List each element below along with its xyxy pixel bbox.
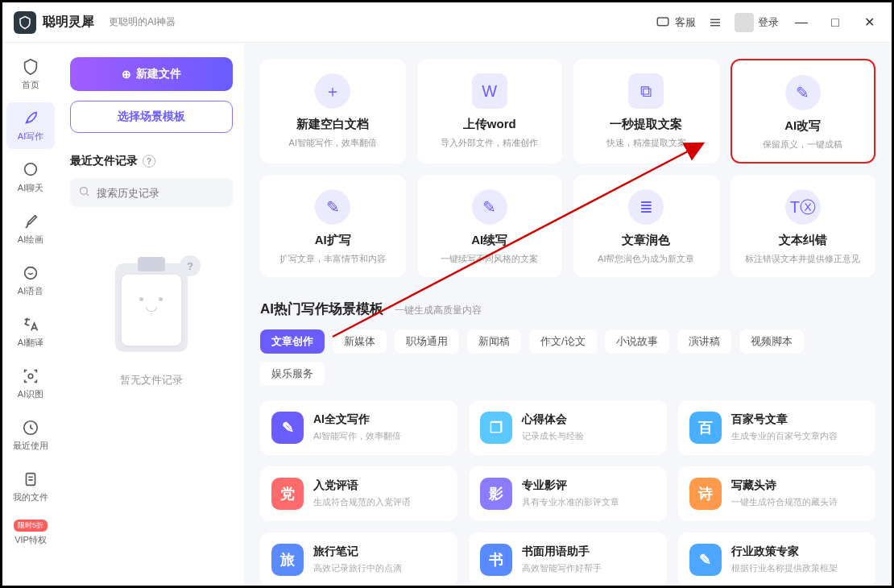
tile-title: AI改写: [784, 118, 821, 134]
tile-subtitle: 导入外部文件，精准创作: [441, 137, 538, 149]
translate-icon: [21, 315, 40, 334]
template-title: 行业政策专家: [731, 545, 838, 559]
svg-rect-5: [27, 474, 35, 486]
template-subtitle: 生成专业的百家号文章内容: [731, 430, 838, 442]
sidebar-item-aivoice[interactable]: AI语音: [6, 257, 55, 304]
chat-icon: [655, 14, 671, 31]
template-subtitle: 一键生成符合规范的藏头诗: [731, 496, 838, 508]
template-card-7[interactable]: 书 书面用语助手 高效智能写作好帮手: [469, 532, 666, 586]
clock-icon: [21, 418, 40, 437]
feature-tile-6[interactable]: ≣ 文章润色 AI帮您润色为成为新文章: [573, 175, 719, 276]
feature-tile-0[interactable]: ＋ 新建空白文档 AI智能写作，效率翻倍: [260, 59, 406, 164]
feature-tile-7[interactable]: Tⓧ 文本纠错 标注错误文本并提供修正意见: [731, 175, 876, 276]
tile-subtitle: AI智能写作，效率翻倍: [289, 137, 377, 149]
template-card-3[interactable]: 党 入党评语 生成符合规范的入党评语: [260, 466, 457, 521]
main-content: ＋ 新建空白文档 AI智能写作，效率翻倍W 上传word 导入外部文件，精准创作…: [244, 43, 892, 586]
sidebar-item-vip[interactable]: 限时5折 VIP特权: [6, 515, 55, 553]
feature-tile-4[interactable]: ✎ AI扩写 扩写文章，丰富情节和内容: [260, 175, 406, 276]
tile-title: 上传word: [463, 117, 516, 132]
avatar-icon: [735, 13, 754, 32]
template-icon: ✎: [689, 544, 722, 576]
template-subtitle: 高效记录旅行中的点滴: [313, 562, 402, 574]
template-title: 心得体会: [522, 412, 584, 427]
template-grid: ✎ AI全文写作 AI智能写作，效率翻倍 ❐ 心得体会 记录成长与经验 百 百家…: [260, 400, 875, 586]
tab-6[interactable]: 演讲稿: [677, 329, 731, 354]
template-card-6[interactable]: 旅 旅行笔记 高效记录旅行中的点滴: [260, 532, 457, 586]
brush-icon: [21, 212, 40, 231]
chat-bubble-icon: [21, 160, 40, 180]
empty-state: ? 暂无文件记录: [70, 255, 233, 571]
login-label: 登录: [758, 15, 779, 30]
sidebar-item-myfiles[interactable]: 我的文件: [6, 463, 55, 510]
new-file-button[interactable]: ⊕ 新建文件: [70, 57, 233, 91]
sidebar: 首页 AI写作 AI聊天 AI绘画 AI语音 AI翻译: [2, 43, 59, 586]
sidebar-item-aitranslate[interactable]: AI翻译: [6, 308, 55, 355]
titlebar: 聪明灵犀 更聪明的AI神器 客服 登录 — □ ✕: [2, 2, 892, 43]
template-icon: 百: [689, 412, 722, 444]
tab-3[interactable]: 新闻稿: [467, 329, 521, 354]
search-icon: [78, 185, 90, 201]
sidebar-item-aiwrite[interactable]: AI写作: [6, 102, 55, 149]
template-card-5[interactable]: 诗 写藏头诗 一键生成符合规范的藏头诗: [678, 466, 875, 521]
feature-tile-1[interactable]: W 上传word 导入外部文件，精准创作: [417, 59, 563, 164]
template-card-1[interactable]: ❐ 心得体会 记录成长与经验: [469, 400, 666, 455]
template-card-0[interactable]: ✎ AI全文写作 AI智能写作，效率翻倍: [260, 400, 457, 455]
template-card-4[interactable]: 影 专业影评 具有专业水准的影评文章: [469, 466, 666, 521]
login-button[interactable]: 登录: [735, 13, 779, 32]
service-button[interactable]: 客服: [655, 14, 696, 31]
feather-icon: [21, 109, 40, 128]
sidebar-item-label: AI识图: [18, 388, 43, 400]
tab-5[interactable]: 小说故事: [605, 329, 669, 354]
maximize-button[interactable]: □: [824, 11, 846, 34]
template-subtitle: 生成符合规范的入党评语: [313, 496, 411, 508]
feature-tile-grid: ＋ 新建空白文档 AI智能写作，效率翻倍W 上传word 导入外部文件，精准创作…: [260, 59, 875, 277]
tile-subtitle: 扩写文章，丰富情节和内容: [279, 253, 386, 265]
empty-illustration: ?: [107, 255, 196, 360]
svg-point-2: [25, 267, 37, 280]
tile-icon: ≣: [628, 189, 664, 225]
search-input[interactable]: [97, 187, 232, 199]
tile-title: 文章润色: [622, 233, 670, 248]
sidebar-item-aichat[interactable]: AI聊天: [6, 154, 55, 201]
help-icon[interactable]: ?: [143, 155, 155, 168]
svg-point-6: [81, 187, 88, 194]
feature-tile-3[interactable]: ✎ AI改写 保留原义，一键成稿: [731, 59, 876, 164]
tile-icon: ＋: [315, 73, 350, 109]
tab-0[interactable]: 文章创作: [260, 329, 325, 354]
sidebar-item-label: AI语音: [18, 285, 43, 297]
tile-icon: W: [472, 73, 507, 109]
sidebar-item-home[interactable]: 首页: [6, 51, 55, 97]
template-icon: 旅: [271, 544, 304, 576]
new-file-label: 新建文件: [136, 67, 181, 81]
feature-tile-2[interactable]: ⧉ 一秒提取文案 快速，精准提取文案: [573, 59, 719, 164]
feature-tile-5[interactable]: ✎ AI续写 一键续写不同风格的文案: [417, 175, 563, 276]
tab-4[interactable]: 作文/论文: [529, 329, 597, 354]
tile-subtitle: 标注错误文本并提供修正意见: [745, 253, 860, 265]
sidebar-item-label: 首页: [22, 79, 39, 91]
file-icon: [21, 470, 40, 489]
tile-subtitle: AI帮您润色为成为新文章: [598, 253, 694, 265]
minimize-button[interactable]: —: [790, 11, 813, 34]
template-subtitle: 记录成长与经验: [522, 430, 584, 442]
app-name: 聪明灵犀: [43, 14, 94, 31]
app-window: 聪明灵犀 更聪明的AI神器 客服 登录 — □ ✕: [0, 0, 894, 588]
menu-button[interactable]: [707, 14, 723, 31]
tab-2[interactable]: 职场通用: [395, 329, 459, 354]
vip-badge: 限时5折: [14, 520, 48, 532]
tab-7[interactable]: 视频脚本: [739, 329, 804, 354]
template-icon: 书: [480, 544, 512, 576]
choose-template-button[interactable]: 选择场景模板: [70, 101, 233, 133]
close-button[interactable]: ✕: [858, 11, 880, 34]
sidebar-item-aiocr[interactable]: AI识图: [6, 360, 55, 407]
search-box[interactable]: [70, 178, 233, 207]
sidebar-item-recent[interactable]: 最近使用: [6, 412, 55, 458]
sidebar-item-aidraw[interactable]: AI绘画: [6, 205, 55, 252]
template-card-8[interactable]: ✎ 行业政策专家 根据行业名称提供政策框架: [678, 532, 875, 586]
plus-icon: ⊕: [122, 68, 131, 81]
template-card-2[interactable]: 百 百家号文章 生成专业的百家号文章内容: [678, 400, 875, 455]
section-title: AI热门写作场景模板: [260, 300, 383, 318]
tab-1[interactable]: 新媒体: [333, 329, 387, 354]
template-title: 专业影评: [522, 478, 619, 493]
tab-8[interactable]: 娱乐服务: [260, 362, 325, 386]
tile-subtitle: 一键续写不同风格的文案: [441, 253, 538, 265]
